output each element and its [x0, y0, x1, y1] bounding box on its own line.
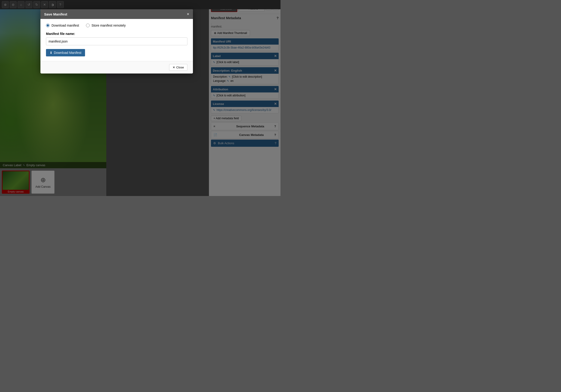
download-icon: ⬇: [50, 51, 53, 54]
modal-overlay: Save Manifest × Download manifest Store …: [0, 0, 280, 196]
radio-store-option[interactable]: Store manifest remotely: [86, 23, 126, 27]
modal-title: Save Manifest: [44, 12, 67, 16]
radio-store-label: Store manifest remotely: [91, 23, 126, 27]
radio-download-option[interactable]: Download manifest: [46, 23, 79, 27]
modal-footer: ✕ Close: [40, 61, 193, 74]
radio-group: Download manifest Store manifest remotel…: [46, 23, 187, 27]
modal-close-button[interactable]: ×: [187, 12, 189, 16]
close-btn-icon: ✕: [173, 66, 175, 69]
modal-body: Download manifest Store manifest remotel…: [40, 19, 193, 61]
save-manifest-modal: Save Manifest × Download manifest Store …: [40, 9, 193, 74]
radio-download-label: Download manifest: [52, 23, 79, 27]
radio-download-input[interactable]: [46, 23, 50, 27]
radio-store-input[interactable]: [86, 23, 90, 27]
modal-header: Save Manifest ×: [40, 9, 193, 19]
file-name-input[interactable]: [46, 37, 187, 45]
download-btn-label: Download Manifest: [54, 51, 81, 54]
modal-close-btn[interactable]: ✕ Close: [169, 64, 187, 71]
download-manifest-button[interactable]: ⬇ Download Manifest: [46, 49, 85, 56]
file-name-label: Manifest file name:: [46, 32, 187, 36]
close-btn-label: Close: [176, 66, 184, 69]
